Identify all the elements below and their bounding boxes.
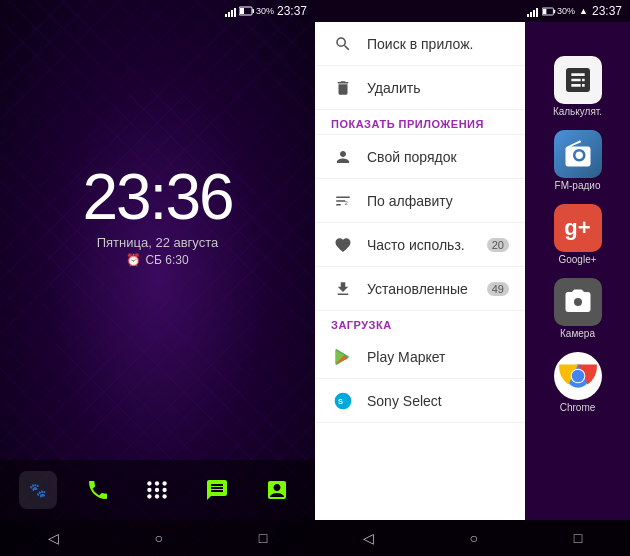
calculator-icon-img	[554, 56, 602, 104]
menu-frequent[interactable]: Часто использ. 20	[315, 223, 525, 267]
menu-delete[interactable]: Удалить	[315, 66, 525, 110]
dock-app-3[interactable]	[138, 471, 176, 509]
chrome-label: Chrome	[560, 402, 596, 414]
right-home-button[interactable]: ○	[458, 526, 490, 550]
menu-search[interactable]: Поиск в прилож.	[315, 22, 525, 66]
clock-display: 23:36	[82, 165, 232, 229]
google-plus-icon-img: g+	[554, 204, 602, 252]
menu-installed[interactable]: Установленные 49	[315, 267, 525, 311]
menu-play-market[interactable]: Play Маркет	[315, 335, 525, 379]
left-dock: 🐾	[0, 460, 315, 520]
svg-point-3	[148, 488, 152, 492]
svg-point-9	[148, 494, 152, 498]
svg-point-8	[163, 481, 167, 485]
menu-custom-order-label: Свой порядок	[367, 149, 509, 165]
sony-select-icon: S	[331, 389, 355, 413]
app-chrome[interactable]: Chrome	[538, 348, 618, 418]
installed-badge: 49	[487, 282, 509, 296]
radio-icon-img	[554, 130, 602, 178]
signal-icon	[225, 5, 236, 17]
right-recents-button[interactable]: □	[562, 526, 594, 550]
svg-rect-14	[543, 8, 547, 13]
home-button[interactable]: ○	[143, 526, 175, 550]
right-status-bar: 30% ▲ 23:37	[315, 0, 630, 22]
play-market-icon	[331, 345, 355, 369]
left-status-bar: 30% 23:37	[0, 0, 315, 22]
right-main: Поиск в прилож. Удалить ПОКАЗАТЬ ПРИЛОЖЕ…	[315, 22, 630, 520]
svg-point-6	[148, 481, 152, 485]
menu-alphabetical-label: По алфавиту	[367, 193, 509, 209]
camera-icon-img	[554, 278, 602, 326]
menu-sony-select[interactable]: S Sony Select	[315, 379, 525, 423]
menu-alphabetical[interactable]: 2 По алфавиту	[315, 179, 525, 223]
svg-point-4	[155, 488, 159, 492]
svg-point-10	[155, 494, 159, 498]
right-status-time: 23:37	[592, 4, 622, 18]
frequent-badge: 20	[487, 238, 509, 252]
svg-rect-2	[240, 8, 244, 14]
svg-point-7	[155, 481, 159, 485]
dock-app-1[interactable]: 🐾	[19, 471, 57, 509]
svg-text:2: 2	[345, 199, 349, 205]
dock-app-5[interactable]	[258, 471, 296, 509]
svg-point-5	[163, 488, 167, 492]
fm-radio-label: FM-радио	[555, 180, 601, 192]
download-icon	[331, 277, 355, 301]
svg-rect-1	[252, 9, 254, 13]
heart-icon	[331, 233, 355, 257]
search-icon	[331, 32, 355, 56]
menu-custom-order[interactable]: Свой порядок	[315, 135, 525, 179]
menu-sony-select-label: Sony Select	[367, 393, 509, 409]
dock-app-4[interactable]	[198, 471, 236, 509]
right-back-button[interactable]: ◁	[351, 526, 386, 550]
show-apps-section-header: ПОКАЗАТЬ ПРИЛОЖЕНИЯ	[315, 110, 525, 135]
trash-icon	[331, 76, 355, 100]
app-drawer-menu: Поиск в прилож. Удалить ПОКАЗАТЬ ПРИЛОЖЕ…	[315, 22, 525, 520]
right-panel: 30% ▲ 23:37 Поиск в прилож.	[315, 0, 630, 556]
calculator-label: Калькулят.	[553, 106, 602, 118]
menu-search-label: Поиск в прилож.	[367, 36, 509, 52]
menu-delete-label: Удалить	[367, 80, 509, 96]
menu-play-market-label: Play Маркет	[367, 349, 509, 365]
clock-alarm: ⏰ СБ 6:30	[126, 253, 188, 267]
app-calculator[interactable]: Калькулят.	[538, 52, 618, 122]
right-nav-bar: ◁ ○ □	[315, 520, 630, 556]
person-icon	[331, 145, 355, 169]
download-section-header: ЗАГРУЗКА	[315, 311, 525, 335]
menu-frequent-label: Часто использ.	[367, 237, 487, 253]
left-status-icons: 30% 23:37	[225, 4, 307, 18]
svg-point-11	[163, 494, 167, 498]
svg-rect-13	[554, 9, 555, 13]
camera-label: Камера	[560, 328, 595, 340]
app-fm-radio[interactable]: FM-радио	[538, 126, 618, 196]
back-button[interactable]: ◁	[36, 526, 71, 550]
clock-date: Пятница, 22 августа	[97, 235, 219, 250]
google-plus-label: Google+	[558, 254, 596, 266]
app-camera[interactable]: Камера	[538, 274, 618, 344]
sort-icon: 2	[331, 189, 355, 213]
alarm-icon: ⏰	[126, 253, 141, 267]
app-google-plus[interactable]: g+ Google+	[538, 200, 618, 270]
chrome-icon-img	[554, 352, 602, 400]
svg-text:S: S	[338, 397, 343, 406]
right-battery-icon: 30%	[542, 6, 575, 16]
menu-installed-label: Установленные	[367, 281, 487, 297]
left-nav-bar: ◁ ○ □	[0, 520, 315, 556]
dock-app-2[interactable]	[79, 471, 117, 509]
apps-column: Калькулят. FM-радио g+ Google+	[525, 22, 630, 520]
recents-button[interactable]: □	[247, 526, 279, 550]
left-status-time: 23:37	[277, 4, 307, 18]
left-clock-area: 23:36 Пятница, 22 августа ⏰ СБ 6:30	[0, 22, 315, 460]
right-signal-icon	[527, 5, 538, 17]
left-panel: 30% 23:37 23:36 Пятница, 22 августа ⏰ СБ…	[0, 0, 315, 556]
svg-point-21	[571, 370, 584, 383]
battery-icon: 30%	[239, 6, 274, 16]
